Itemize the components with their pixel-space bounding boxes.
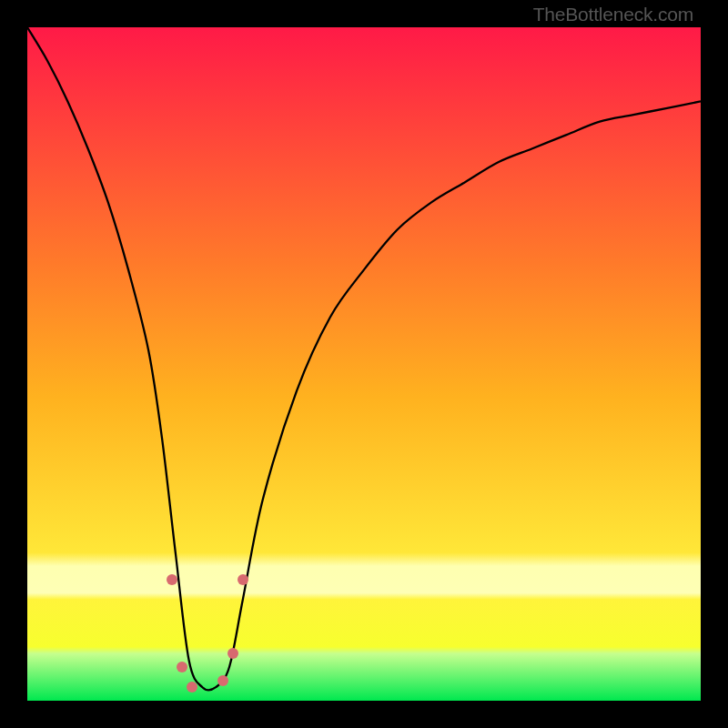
curve-marker — [238, 574, 248, 585]
curve-markers — [27, 27, 701, 701]
curve-marker — [217, 675, 228, 686]
curve-marker — [228, 648, 238, 659]
curve-marker — [167, 574, 177, 585]
watermark-text: TheBottleneck.com — [533, 4, 693, 25]
curve-marker — [177, 662, 187, 672]
chart-frame: TheBottleneck.com — [0, 0, 728, 728]
plot-area — [27, 27, 701, 701]
curve-marker — [187, 682, 197, 693]
